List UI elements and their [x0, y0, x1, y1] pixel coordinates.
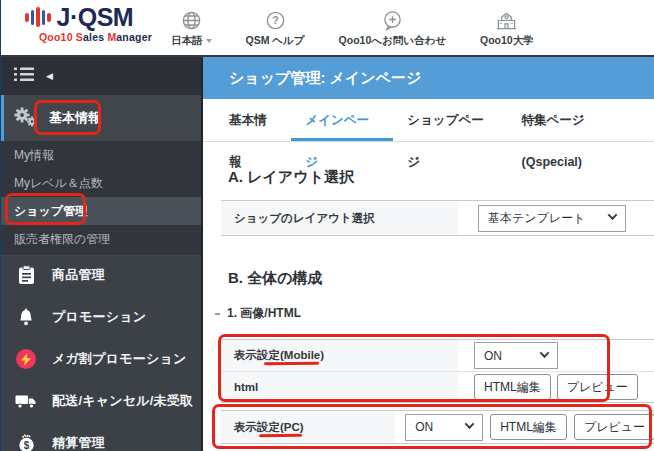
university-icon — [494, 8, 519, 32]
menu-item-label: プロモーション — [52, 308, 146, 326]
tab-bar: 基本情報 メインページ ショップページ 特集ページ(Qspecial) — [203, 99, 654, 142]
html-edit-button-pc[interactable]: HTML編集 — [490, 414, 567, 440]
select-value: 基本テンプレート — [488, 210, 585, 227]
layout-select-table: ショップのレイアウト選択 基本テンプレート — [221, 200, 654, 236]
table-row: ショップのレイアウト選択 基本テンプレート — [221, 201, 654, 235]
sidebar-item-settlement[interactable]: $ 精算管理 — [1, 422, 201, 451]
preview-button-pc[interactable]: プレビュー — [574, 414, 654, 440]
top-header: J·QSM Qoo10 Sales Manager 日本語 ? — [1, 0, 654, 57]
logo-sub-qoo10: Qoo10 — [39, 31, 76, 43]
section-a-heading: A. レイアウト選択 — [228, 168, 654, 187]
bar-chart-logo-icon — [25, 5, 51, 29]
promotion-bell-icon — [13, 308, 39, 327]
mega-sale-icon — [13, 349, 39, 369]
sidebar-item-my-level[interactable]: Myレベル＆点数 — [1, 169, 201, 197]
field-label-layout: ショップのレイアウト選択 — [221, 201, 458, 235]
logo-title: J·QSM — [57, 4, 134, 30]
shipping-truck-icon — [13, 394, 39, 409]
contact-qoo10-link[interactable]: Qoo10へお問い合わせ — [339, 8, 446, 48]
sidebar-item-seller-permission[interactable]: 販売者権限の管理 — [1, 225, 201, 253]
university-label: Qoo10大学 — [480, 34, 534, 48]
product-icon — [13, 265, 39, 285]
contact-label: Qoo10へお問い合わせ — [339, 34, 446, 48]
sidebar-submenu: My情報 Myレベル＆点数 ショップ管理 販売者権限の管理 — [1, 141, 201, 253]
submenu-label: 販売者権限の管理 — [14, 231, 110, 248]
chevron-down-icon — [465, 419, 475, 429]
submenu-label: ショップ管理 — [14, 203, 87, 220]
caret-down-icon — [206, 39, 212, 43]
table-row-html: html HTML編集 プレビュー — [221, 371, 654, 402]
chevron-down-icon — [608, 210, 618, 220]
select-value: ON — [484, 349, 502, 363]
group-label-text: 1. 画像/HTML — [227, 305, 301, 322]
tab-qspecial[interactable]: 特集ページ(Qspecial) — [508, 99, 654, 141]
field-label-text: 表示設定(Mobile) — [234, 348, 324, 363]
sidebar-item-basic-info[interactable]: 基本情報 — [1, 95, 201, 141]
header-nav: 日本語 ? QSM ヘルプ — [171, 8, 534, 48]
submenu-label: My情報 — [14, 147, 54, 164]
menu-item-label: メガ割プロモーション — [52, 350, 186, 368]
contact-icon — [381, 8, 404, 32]
tab-shop-page[interactable]: ショップページ — [393, 99, 507, 141]
globe-icon — [180, 8, 203, 32]
preview-button[interactable]: プレビュー — [557, 374, 638, 400]
field-label-display-mobile: 表示設定(Mobile) — [221, 340, 458, 371]
logo-sub-s: S — [76, 31, 83, 43]
logo-subtitle: Qoo10 Sales Manager — [39, 31, 165, 43]
language-selector[interactable]: 日本語 — [171, 8, 212, 48]
sidebar-item-my-info[interactable]: My情報 — [1, 141, 201, 169]
field-label-display-pc: 表示設定(PC) — [221, 411, 395, 443]
logo-sub-ales: ales — [83, 31, 107, 43]
qsm-app-window: J·QSM Qoo10 Sales Manager 日本語 ? — [0, 0, 654, 451]
qsm-help-link[interactable]: ? QSM ヘルプ — [246, 8, 305, 48]
logo-sub-m: M — [107, 31, 116, 43]
select-value: ON — [415, 420, 433, 434]
mobile-html-table: 表示設定(Mobile) ON html HTM — [221, 339, 654, 403]
table-row-pc: 表示設定(PC) ON HTML編集 プレビュー — [221, 411, 654, 443]
field-label-text: html — [234, 381, 258, 393]
layout-template-select[interactable]: 基本テンプレート — [478, 205, 626, 232]
sidebar-item-promotion[interactable]: プロモーション — [1, 296, 201, 338]
sidebar-item-label: 基本情報 — [49, 109, 101, 127]
table-row-mobile: 表示設定(Mobile) ON — [221, 340, 654, 371]
html-edit-button[interactable]: HTML編集 — [474, 374, 551, 400]
field-value: HTML編集 プレビュー — [458, 372, 654, 402]
help-icon: ? — [264, 8, 287, 32]
gear-icon — [13, 105, 37, 131]
qoo10-university-link[interactable]: Qoo10大学 — [480, 8, 534, 48]
sidebar-item-shop-management[interactable]: ショップ管理 — [1, 197, 201, 225]
page-body: A. レイアウト選択 ショップのレイアウト選択 基本テンプレート B. 全体の構… — [203, 168, 654, 444]
group-label-image-html: 1. 画像/HTML — [215, 305, 654, 322]
dash-icon — [215, 313, 220, 315]
menu-list-icon[interactable] — [14, 67, 34, 86]
collapse-sidebar-icon[interactable]: ◀ — [46, 72, 53, 81]
tab-basic-info[interactable]: 基本情報 — [215, 99, 291, 141]
menu-item-label: 配送/キャンセル/未受取 — [52, 392, 193, 410]
submenu-label: Myレベル＆点数 — [14, 175, 103, 192]
display-mobile-select[interactable]: ON — [474, 342, 558, 369]
qsm-help-label: QSM ヘルプ — [246, 34, 305, 48]
field-value: 基本テンプレート — [458, 201, 654, 235]
svg-text:$: $ — [23, 440, 29, 451]
page-title: ショップ管理: メインページ — [203, 57, 654, 99]
menu-item-label: 精算管理 — [52, 434, 105, 451]
sidebar-item-mega-sale[interactable]: メガ割プロモーション — [1, 338, 201, 380]
field-value: ON — [458, 340, 654, 371]
main-content: ショップ管理: メインページ 基本情報 メインページ ショップページ 特集ページ… — [201, 57, 654, 451]
sidebar-header: ◀ — [1, 57, 201, 95]
sidebar: ◀ — [1, 57, 201, 451]
sidebar-item-product-management[interactable]: 商品管理 — [1, 254, 201, 296]
settlement-icon: $ — [13, 433, 39, 451]
field-value: ON HTML編集 プレビュー — [395, 411, 654, 443]
field-label-html: html — [221, 372, 458, 402]
chevron-down-icon — [540, 348, 550, 358]
brand-logo[interactable]: J·QSM Qoo10 Sales Manager — [25, 4, 165, 43]
language-label: 日本語 — [171, 34, 203, 48]
tab-main-page[interactable]: メインページ — [291, 99, 393, 141]
sidebar-item-shipping[interactable]: 配送/キャンセル/未受取 — [1, 380, 201, 422]
pc-display-table: 表示設定(PC) ON HTML編集 プレビュー — [221, 410, 654, 444]
menu-item-label: 商品管理 — [52, 266, 105, 284]
display-pc-select[interactable]: ON — [405, 414, 483, 441]
field-label-text: 表示設定(PC) — [234, 420, 304, 435]
section-b-heading: B. 全体の構成 — [228, 269, 654, 288]
